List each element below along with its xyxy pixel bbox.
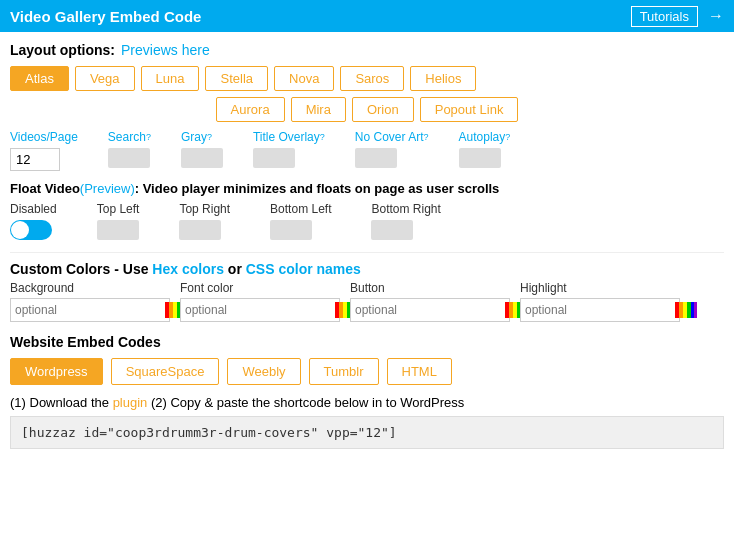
settings-row: Videos/Page Search? Gray? Title Overlay?… xyxy=(10,130,724,171)
tutorials-button[interactable]: Tutorials xyxy=(631,6,698,27)
font-color-input[interactable] xyxy=(185,303,335,317)
gray-toggle[interactable] xyxy=(181,148,223,168)
layout-btn-popout[interactable]: Popout Link xyxy=(420,97,519,122)
css-color-link[interactable]: CSS color names xyxy=(246,261,361,277)
layout-buttons-row1: Atlas Vega Luna Stella Nova Saros Helios xyxy=(10,66,724,91)
float-preview-link[interactable]: (Preview) xyxy=(80,181,135,196)
float-bottomright-toggle[interactable] xyxy=(371,220,413,240)
embed-codes-header: Website Embed Codes xyxy=(10,334,724,350)
float-topleft-option: Top Left xyxy=(97,202,140,240)
background-color-input[interactable] xyxy=(15,303,165,317)
layout-btn-helios[interactable]: Helios xyxy=(410,66,476,91)
title-overlay-toggle[interactable] xyxy=(253,148,295,168)
layout-options-label: Layout options: xyxy=(10,42,115,58)
layout-btn-stella[interactable]: Stella xyxy=(205,66,268,91)
float-topright-toggle[interactable] xyxy=(179,220,221,240)
search-label: Search? xyxy=(108,130,151,144)
float-bottomright-label: Bottom Right xyxy=(371,202,440,216)
button-color-label: Button xyxy=(350,281,510,295)
layout-btn-vega[interactable]: Vega xyxy=(75,66,135,91)
background-color-wrapper xyxy=(10,298,170,322)
svg-rect-2 xyxy=(173,302,177,318)
autoplay-toggle[interactable] xyxy=(459,148,501,168)
svg-rect-23 xyxy=(694,302,697,318)
videos-per-page-input[interactable] xyxy=(10,148,60,171)
color-inputs-row: Background Font color xyxy=(10,281,724,322)
layout-buttons-container: Atlas Vega Luna Stella Nova Saros Helios… xyxy=(10,66,724,122)
divider xyxy=(10,252,724,253)
header-title: Video Gallery Embed Code xyxy=(10,8,631,25)
layout-buttons-row2: Aurora Mira Orion Popout Link xyxy=(10,97,724,122)
highlight-color-label: Highlight xyxy=(520,281,680,295)
embed-btn-wordpress[interactable]: Wordpress xyxy=(10,358,103,385)
search-toggle[interactable] xyxy=(108,148,150,168)
float-topleft-toggle[interactable] xyxy=(97,220,139,240)
float-disabled-option: Disabled xyxy=(10,202,57,240)
plugin-link[interactable]: plugin xyxy=(113,395,148,410)
layout-btn-atlas[interactable]: Atlas xyxy=(10,66,69,91)
instruction-line: (1) Download the plugin (2) Copy & paste… xyxy=(10,395,724,410)
float-topright-option: Top Right xyxy=(179,202,230,240)
main-content: Layout options: Previews here Atlas Vega… xyxy=(0,32,734,455)
svg-rect-20 xyxy=(683,302,687,318)
float-bottomleft-option: Bottom Left xyxy=(270,202,331,240)
title-overlay-label: Title Overlay? xyxy=(253,130,325,144)
embed-buttons-row: Wordpress SquareSpace Weebly Tumblr HTML xyxy=(10,358,724,385)
svg-rect-19 xyxy=(679,302,683,318)
svg-rect-7 xyxy=(339,302,343,318)
embed-btn-squarespace[interactable]: SquareSpace xyxy=(111,358,220,385)
svg-rect-18 xyxy=(675,302,679,318)
float-video-header: Float Video(Preview): Video player minim… xyxy=(10,181,724,196)
font-color-wrapper xyxy=(180,298,340,322)
svg-rect-12 xyxy=(505,302,509,318)
layout-btn-saros[interactable]: Saros xyxy=(340,66,404,91)
font-color-group: Font color xyxy=(180,281,340,322)
svg-rect-14 xyxy=(513,302,517,318)
float-options-row: Disabled Top Left Top Right Bottom Left … xyxy=(10,202,724,240)
background-color-label: Background xyxy=(10,281,170,295)
button-color-wrapper xyxy=(350,298,510,322)
float-disabled-toggle[interactable] xyxy=(10,220,52,240)
layout-btn-luna[interactable]: Luna xyxy=(141,66,200,91)
autoplay-label: Autoplay? xyxy=(459,130,511,144)
float-topright-label: Top Right xyxy=(179,202,230,216)
videos-per-page-setting: Videos/Page xyxy=(10,130,78,171)
gray-label: Gray? xyxy=(181,130,212,144)
svg-rect-22 xyxy=(691,302,694,318)
autoplay-setting: Autoplay? xyxy=(459,130,511,168)
previews-link[interactable]: Previews here xyxy=(121,42,210,58)
highlight-color-input[interactable] xyxy=(525,303,675,317)
no-cover-art-label: No Cover Art? xyxy=(355,130,429,144)
button-color-group: Button xyxy=(350,281,510,322)
no-cover-art-toggle[interactable] xyxy=(355,148,397,168)
hex-colors-link[interactable]: Hex colors xyxy=(152,261,224,277)
svg-rect-0 xyxy=(165,302,169,318)
svg-rect-21 xyxy=(687,302,691,318)
title-overlay-setting: Title Overlay? xyxy=(253,130,325,168)
float-bottomleft-toggle[interactable] xyxy=(270,220,312,240)
rainbow-icon-highlight xyxy=(675,302,697,318)
layout-btn-mira[interactable]: Mira xyxy=(291,97,346,122)
videos-per-page-label: Videos/Page xyxy=(10,130,78,144)
svg-rect-1 xyxy=(169,302,173,318)
svg-rect-6 xyxy=(335,302,339,318)
header-arrow-icon: → xyxy=(708,7,724,25)
shortcode-box[interactable]: [huzzaz id="coop3rdrumm3r-drum-covers" v… xyxy=(10,416,724,449)
layout-btn-nova[interactable]: Nova xyxy=(274,66,334,91)
header: Video Gallery Embed Code Tutorials → xyxy=(0,0,734,32)
layout-btn-orion[interactable]: Orion xyxy=(352,97,414,122)
button-color-input[interactable] xyxy=(355,303,505,317)
embed-btn-weebly[interactable]: Weebly xyxy=(227,358,300,385)
highlight-color-group: Highlight xyxy=(520,281,680,322)
float-bottomleft-label: Bottom Left xyxy=(270,202,331,216)
layout-options-row: Layout options: Previews here xyxy=(10,42,724,58)
highlight-color-wrapper xyxy=(520,298,680,322)
svg-rect-8 xyxy=(343,302,347,318)
background-color-group: Background xyxy=(10,281,170,322)
embed-btn-html[interactable]: HTML xyxy=(387,358,452,385)
float-bottomright-option: Bottom Right xyxy=(371,202,440,240)
layout-btn-aurora[interactable]: Aurora xyxy=(216,97,285,122)
svg-rect-13 xyxy=(509,302,513,318)
float-disabled-label: Disabled xyxy=(10,202,57,216)
embed-btn-tumblr[interactable]: Tumblr xyxy=(309,358,379,385)
